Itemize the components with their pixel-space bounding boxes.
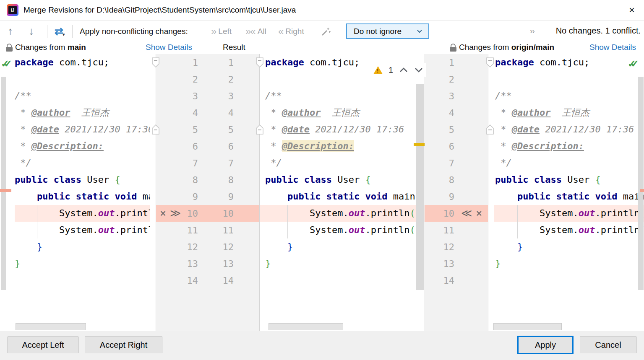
cancel-button[interactable]: Cancel — [580, 337, 636, 353]
caret-down-icon: ▾ — [63, 32, 65, 37]
result-vertical-scrollbar[interactable] — [416, 84, 424, 290]
accept-right-button[interactable]: Accept Right — [85, 337, 162, 353]
apply-left-change-icon[interactable]: ≫ — [170, 207, 181, 220]
lock-icon — [6, 44, 13, 52]
left-horizontal-scrollbar[interactable] — [16, 323, 86, 330]
title-bar: IJ Merge Revisions for D:\Idea\GitProjec… — [0, 0, 644, 21]
fold-marker[interactable] — [256, 124, 264, 135]
gutter-row: 33 — [156, 88, 259, 104]
line-number: 2 — [198, 74, 234, 85]
toolbar: ↑ ↓ ⇄ ▾ Apply non-conflicting changes: »… — [0, 21, 644, 42]
apply-right-button[interactable]: « Right — [278, 21, 304, 42]
gutter-row: 88 — [156, 171, 259, 188]
fold-marker[interactable] — [151, 57, 160, 68]
left-show-details-link[interactable]: Show Details — [146, 43, 192, 52]
chevron-down-icon[interactable] — [414, 67, 423, 73]
apply-all-changes-button[interactable]: ⇄ ▾ — [55, 21, 65, 42]
line-number: 12 — [184, 242, 198, 252]
fold-marker[interactable] — [256, 57, 264, 68]
apply-button[interactable]: Apply — [517, 336, 574, 354]
code-line: } — [489, 238, 644, 255]
code-line: /** — [0, 88, 156, 104]
line-number: 6 — [425, 141, 454, 152]
next-change-button[interactable]: ↓ — [29, 21, 34, 42]
warning-stripe-mark[interactable] — [414, 143, 425, 146]
line-number: 1 — [425, 57, 454, 68]
ignore-whitespace-dropdown[interactable]: Do not ignore — [346, 23, 429, 39]
line-number: 14 — [184, 275, 198, 286]
code-line — [489, 272, 644, 289]
line-number: 10 — [425, 208, 454, 219]
right-vertical-scrollbar[interactable] — [638, 77, 644, 290]
code-line: * @author 王恒杰 — [489, 104, 644, 121]
gutter-row: 99 — [156, 188, 259, 205]
line-number: 6 — [198, 141, 234, 152]
apply-right-change-icon[interactable]: ≪ — [461, 207, 472, 220]
right-horizontal-scrollbar[interactable] — [493, 323, 562, 330]
code-line: System.out.println( — [0, 205, 156, 222]
accept-left-button[interactable]: Accept Left — [8, 337, 78, 353]
up-arrow-icon: ↑ — [8, 25, 13, 38]
line-number: 10 — [184, 208, 198, 219]
separator — [338, 25, 338, 38]
button-bar: Accept Left Accept Right Apply Cancel — [0, 331, 644, 360]
code-line: public static void main — [260, 188, 425, 205]
window-title: Merge Revisions for D:\Idea\GitProject\S… — [23, 5, 296, 15]
merge-dialog: IJ Merge Revisions for D:\Idea\GitProjec… — [0, 0, 644, 360]
line-number: 1 — [184, 57, 198, 68]
line-number: 13 — [184, 259, 198, 269]
gutter-row: 6 — [425, 138, 488, 155]
gutter-row: 1212 — [156, 238, 259, 255]
code-line: * @Description: — [260, 138, 425, 155]
change-stripe-mark[interactable] — [640, 189, 644, 192]
code-line: public class User { — [260, 171, 425, 188]
line-number: 8 — [198, 175, 234, 185]
close-icon[interactable]: × — [629, 5, 635, 16]
code-line: package com.tjcu; — [0, 54, 156, 71]
line-number: 2 — [425, 74, 454, 85]
ignore-right-change-icon[interactable]: × — [476, 207, 482, 220]
left-editor[interactable]: package com.tjcu;/** * @author 王恒杰 * @da… — [0, 54, 156, 331]
apply-all-button[interactable]: »« All — [245, 21, 266, 42]
line-number: 5 — [425, 124, 454, 135]
line-number: 11 — [425, 225, 454, 236]
fold-marker[interactable] — [486, 124, 494, 135]
magic-wand-icon — [320, 26, 331, 37]
previous-change-button[interactable]: ↑ — [8, 21, 13, 42]
line-number: 5 — [198, 124, 234, 135]
apply-left-button[interactable]: » Left — [211, 21, 232, 42]
line-number: 8 — [184, 175, 198, 185]
result-editor[interactable]: package com.tjcu;/** * @author 王恒杰 * @da… — [260, 54, 425, 331]
intellij-logo-icon: IJ — [7, 4, 18, 16]
code-line: public static void main — [489, 188, 644, 205]
code-line: System.out.println( — [260, 222, 425, 238]
magic-resolve-button[interactable] — [320, 21, 331, 42]
code-line: */ — [260, 155, 425, 171]
line-number: 4 — [184, 108, 198, 118]
right-editor[interactable]: package com.tjcu;/** * @author 王恒杰 * @da… — [489, 54, 644, 331]
code-line: * @date 2021/12/30 17:36 — [260, 121, 425, 138]
ignore-left-change-icon[interactable]: × — [160, 207, 166, 220]
chevrons-both-icon: »« — [245, 26, 255, 37]
right-show-details-link[interactable]: Show Details — [589, 43, 636, 52]
warning-count: 1 — [388, 65, 393, 75]
result-pane-title: Result — [223, 43, 245, 52]
code-line — [0, 71, 156, 88]
code-line: */ — [0, 155, 156, 171]
fold-marker[interactable] — [151, 124, 160, 135]
indent-guide — [37, 205, 37, 238]
change-stripe-mark[interactable] — [0, 189, 11, 192]
left-gutter: 112233445566778899×≫10101111121213131414 — [156, 54, 260, 331]
chevron-up-icon[interactable] — [399, 67, 408, 73]
code-line: * @Description: — [489, 138, 644, 155]
result-horizontal-scrollbar[interactable] — [269, 323, 343, 330]
lock-icon — [450, 44, 456, 52]
chevron-down-icon — [417, 29, 422, 33]
left-vertical-scrollbar[interactable] — [1, 77, 6, 290]
breadcrumb-expander-icon[interactable]: ›› — [530, 26, 534, 36]
line-number: 3 — [425, 91, 454, 101]
right-pane-title: Changes from origin/main — [459, 43, 554, 52]
line-number: 3 — [184, 91, 198, 101]
fold-marker[interactable] — [486, 57, 494, 68]
line-number: 9 — [425, 192, 454, 202]
